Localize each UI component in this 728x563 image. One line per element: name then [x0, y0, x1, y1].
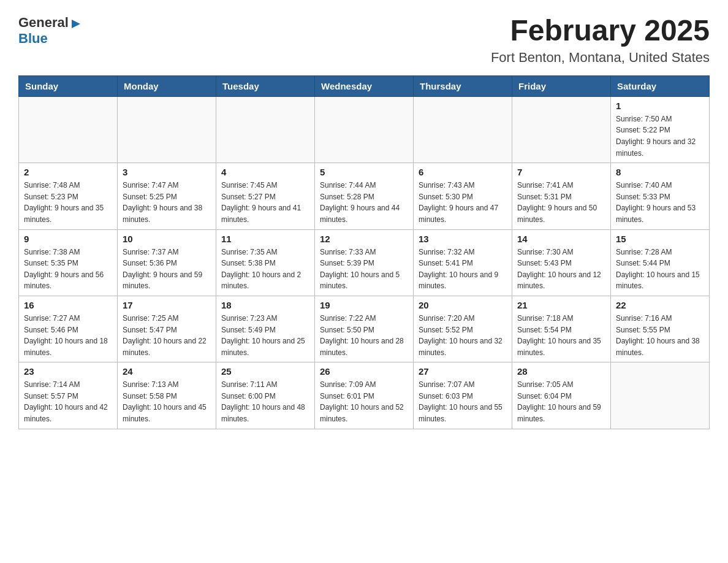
- day-number: 20: [419, 300, 507, 310]
- calendar-cell: 22Sunrise: 7:16 AM Sunset: 5:55 PM Dayli…: [611, 296, 710, 362]
- day-number: 21: [517, 300, 605, 310]
- title-block: February 2025 Fort Benton, Montana, Unit…: [491, 15, 710, 66]
- day-number: 26: [320, 366, 408, 377]
- day-number: 27: [419, 366, 507, 377]
- calendar-cell: [118, 96, 216, 163]
- calendar-subtitle: Fort Benton, Montana, United States: [491, 50, 710, 66]
- calendar-cell: 18Sunrise: 7:23 AM Sunset: 5:49 PM Dayli…: [216, 296, 315, 362]
- day-number: 28: [517, 366, 605, 377]
- calendar-cell: 24Sunrise: 7:13 AM Sunset: 5:58 PM Dayli…: [118, 362, 216, 429]
- day-info: Sunrise: 7:22 AM Sunset: 5:50 PM Dayligh…: [320, 313, 408, 358]
- day-info: Sunrise: 7:32 AM Sunset: 5:41 PM Dayligh…: [419, 247, 507, 292]
- calendar-cell: [216, 96, 315, 163]
- day-number: 1: [616, 101, 704, 111]
- day-info: Sunrise: 7:47 AM Sunset: 5:25 PM Dayligh…: [123, 180, 211, 225]
- calendar-cell: 2Sunrise: 7:48 AM Sunset: 5:23 PM Daylig…: [19, 163, 118, 229]
- calendar-cell: [315, 96, 414, 163]
- day-info: Sunrise: 7:28 AM Sunset: 5:44 PM Dayligh…: [616, 247, 704, 292]
- calendar-cell: 19Sunrise: 7:22 AM Sunset: 5:50 PM Dayli…: [315, 296, 414, 362]
- day-info: Sunrise: 7:20 AM Sunset: 5:52 PM Dayligh…: [419, 313, 507, 358]
- calendar-cell: 17Sunrise: 7:25 AM Sunset: 5:47 PM Dayli…: [118, 296, 216, 362]
- calendar-cell: 9Sunrise: 7:38 AM Sunset: 5:35 PM Daylig…: [19, 229, 118, 296]
- day-number: 4: [221, 167, 309, 177]
- calendar-cell: 15Sunrise: 7:28 AM Sunset: 5:44 PM Dayli…: [611, 229, 710, 296]
- day-number: 17: [123, 300, 211, 310]
- calendar-table: SundayMondayTuesdayWednesdayThursdayFrid…: [18, 75, 710, 429]
- day-info: Sunrise: 7:07 AM Sunset: 6:03 PM Dayligh…: [419, 379, 507, 424]
- day-info: Sunrise: 7:18 AM Sunset: 5:54 PM Dayligh…: [517, 313, 605, 358]
- day-info: Sunrise: 7:41 AM Sunset: 5:31 PM Dayligh…: [517, 180, 605, 225]
- column-header-monday: Monday: [118, 75, 216, 96]
- day-info: Sunrise: 7:30 AM Sunset: 5:43 PM Dayligh…: [517, 247, 605, 292]
- day-info: Sunrise: 7:38 AM Sunset: 5:35 PM Dayligh…: [24, 247, 112, 292]
- calendar-cell: 27Sunrise: 7:07 AM Sunset: 6:03 PM Dayli…: [414, 362, 512, 429]
- calendar-cell: 16Sunrise: 7:27 AM Sunset: 5:46 PM Dayli…: [19, 296, 118, 362]
- calendar-cell: [19, 96, 118, 163]
- calendar-cell: 11Sunrise: 7:35 AM Sunset: 5:38 PM Dayli…: [216, 229, 315, 296]
- day-number: 23: [24, 366, 112, 377]
- calendar-cell: [414, 96, 512, 163]
- calendar-cell: 8Sunrise: 7:40 AM Sunset: 5:33 PM Daylig…: [611, 163, 710, 229]
- day-info: Sunrise: 7:09 AM Sunset: 6:01 PM Dayligh…: [320, 379, 408, 424]
- calendar-cell: 4Sunrise: 7:45 AM Sunset: 5:27 PM Daylig…: [216, 163, 315, 229]
- day-info: Sunrise: 7:37 AM Sunset: 5:36 PM Dayligh…: [123, 247, 211, 292]
- logo-blue: Blue: [18, 31, 48, 46]
- calendar-cell: 26Sunrise: 7:09 AM Sunset: 6:01 PM Dayli…: [315, 362, 414, 429]
- day-number: 3: [123, 167, 211, 177]
- calendar-week-3: 9Sunrise: 7:38 AM Sunset: 5:35 PM Daylig…: [19, 229, 710, 296]
- day-info: Sunrise: 7:43 AM Sunset: 5:30 PM Dayligh…: [419, 180, 507, 225]
- calendar-week-2: 2Sunrise: 7:48 AM Sunset: 5:23 PM Daylig…: [19, 163, 710, 229]
- day-info: Sunrise: 7:05 AM Sunset: 6:04 PM Dayligh…: [517, 379, 605, 424]
- day-info: Sunrise: 7:50 AM Sunset: 5:22 PM Dayligh…: [616, 113, 704, 159]
- column-header-saturday: Saturday: [611, 75, 710, 96]
- day-info: Sunrise: 7:27 AM Sunset: 5:46 PM Dayligh…: [24, 313, 112, 358]
- column-header-tuesday: Tuesday: [216, 75, 315, 96]
- day-info: Sunrise: 7:33 AM Sunset: 5:39 PM Dayligh…: [320, 247, 408, 292]
- day-number: 15: [616, 234, 704, 244]
- day-info: Sunrise: 7:23 AM Sunset: 5:49 PM Dayligh…: [221, 313, 309, 358]
- day-number: 12: [320, 234, 408, 244]
- day-info: Sunrise: 7:11 AM Sunset: 6:00 PM Dayligh…: [221, 379, 309, 424]
- calendar-cell: 3Sunrise: 7:47 AM Sunset: 5:25 PM Daylig…: [118, 163, 216, 229]
- calendar-cell: 10Sunrise: 7:37 AM Sunset: 5:36 PM Dayli…: [118, 229, 216, 296]
- calendar-cell: 28Sunrise: 7:05 AM Sunset: 6:04 PM Dayli…: [512, 362, 611, 429]
- page-header: General Blue February 2025 Fort Benton, …: [18, 15, 710, 66]
- day-info: Sunrise: 7:16 AM Sunset: 5:55 PM Dayligh…: [616, 313, 704, 358]
- day-info: Sunrise: 7:35 AM Sunset: 5:38 PM Dayligh…: [221, 247, 309, 292]
- calendar-week-5: 23Sunrise: 7:14 AM Sunset: 5:57 PM Dayli…: [19, 362, 710, 429]
- column-header-thursday: Thursday: [414, 75, 512, 96]
- day-number: 7: [517, 167, 605, 177]
- calendar-week-1: 1Sunrise: 7:50 AM Sunset: 5:22 PM Daylig…: [19, 96, 710, 163]
- column-header-wednesday: Wednesday: [315, 75, 414, 96]
- day-number: 22: [616, 300, 704, 310]
- day-info: Sunrise: 7:25 AM Sunset: 5:47 PM Dayligh…: [123, 313, 211, 358]
- svg-marker-0: [72, 20, 80, 28]
- calendar-cell: [512, 96, 611, 163]
- day-number: 9: [24, 234, 112, 244]
- day-info: Sunrise: 7:40 AM Sunset: 5:33 PM Dayligh…: [616, 180, 704, 225]
- calendar-cell: 23Sunrise: 7:14 AM Sunset: 5:57 PM Dayli…: [19, 362, 118, 429]
- calendar-cell: [611, 362, 710, 429]
- day-number: 18: [221, 300, 309, 310]
- day-number: 19: [320, 300, 408, 310]
- day-number: 10: [123, 234, 211, 244]
- calendar-cell: 21Sunrise: 7:18 AM Sunset: 5:54 PM Dayli…: [512, 296, 611, 362]
- logo: General Blue: [18, 15, 82, 47]
- day-number: 16: [24, 300, 112, 310]
- day-info: Sunrise: 7:45 AM Sunset: 5:27 PM Dayligh…: [221, 180, 309, 225]
- calendar-cell: 14Sunrise: 7:30 AM Sunset: 5:43 PM Dayli…: [512, 229, 611, 296]
- calendar-title: February 2025: [491, 15, 710, 47]
- day-number: 13: [419, 234, 507, 244]
- calendar-cell: 7Sunrise: 7:41 AM Sunset: 5:31 PM Daylig…: [512, 163, 611, 229]
- day-number: 8: [616, 167, 704, 177]
- day-info: Sunrise: 7:13 AM Sunset: 5:58 PM Dayligh…: [123, 379, 211, 424]
- column-header-friday: Friday: [512, 75, 611, 96]
- day-number: 25: [221, 366, 309, 377]
- calendar-cell: 1Sunrise: 7:50 AM Sunset: 5:22 PM Daylig…: [611, 96, 710, 163]
- calendar-cell: 25Sunrise: 7:11 AM Sunset: 6:00 PM Dayli…: [216, 362, 315, 429]
- day-number: 14: [517, 234, 605, 244]
- day-info: Sunrise: 7:44 AM Sunset: 5:28 PM Dayligh…: [320, 180, 408, 225]
- calendar-cell: 5Sunrise: 7:44 AM Sunset: 5:28 PM Daylig…: [315, 163, 414, 229]
- calendar-cell: 13Sunrise: 7:32 AM Sunset: 5:41 PM Dayli…: [414, 229, 512, 296]
- day-info: Sunrise: 7:14 AM Sunset: 5:57 PM Dayligh…: [24, 379, 112, 424]
